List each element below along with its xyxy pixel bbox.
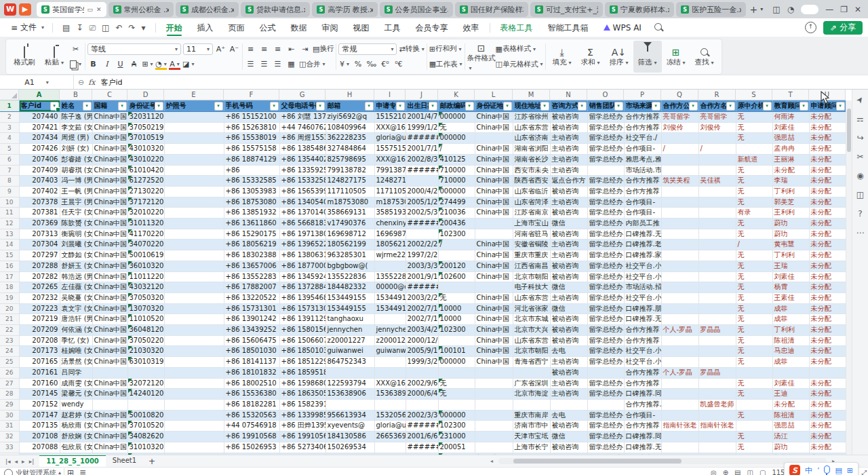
sum-button[interactable]: Σ求和▾	[576, 41, 605, 73]
cell[interactable]: 山东省东营	[513, 335, 550, 346]
paste-button[interactable]: 粘贴▾	[40, 41, 68, 73]
cell[interactable]: 刘素佳	[772, 271, 809, 282]
cell[interactable]	[164, 357, 224, 368]
align-top-icon[interactable]: ≡	[245, 43, 256, 55]
file-tab[interactable]: S高学历 教授.xlsx	[312, 2, 377, 17]
cell[interactable]: 重庆市重庆	[513, 250, 550, 261]
fill-color-button[interactable]: ◔▾	[155, 58, 167, 70]
eye-protect-icon[interactable]: ◎	[711, 469, 717, 475]
cell[interactable]: 200436	[438, 218, 475, 229]
vertical-scroll-thumb[interactable]	[847, 109, 851, 152]
cell[interactable]: 留学总经办	[587, 122, 624, 133]
cell[interactable]: China中国	[475, 303, 513, 314]
sheet-tab-11_28_5_1000[interactable]: 11_28_5_1000	[39, 455, 106, 467]
cell[interactable]: China中国	[92, 250, 127, 261]
cell[interactable]: jennychen	[326, 325, 374, 336]
cell[interactable]: 未分配	[809, 197, 846, 208]
row-number[interactable]: 17	[0, 271, 19, 282]
cell[interactable]: 710000	[438, 176, 475, 187]
cell[interactable]	[374, 367, 406, 378]
row-number[interactable]: 11	[0, 208, 19, 218]
cell[interactable]: 180562199	[326, 240, 374, 250]
cell[interactable]	[475, 218, 513, 229]
cell[interactable]: 未分配	[809, 218, 846, 229]
cell[interactable]: 何依涵 (女	[60, 325, 92, 336]
cell[interactable]	[736, 367, 772, 378]
cell[interactable]: 207165	[19, 357, 60, 368]
cell[interactable]: 合作项目-	[624, 197, 661, 208]
cell[interactable]	[661, 303, 698, 314]
column-header-cell[interactable]: 原中介机构▾	[736, 100, 772, 112]
menu-tab-工具[interactable]: 工具	[377, 19, 408, 37]
cell[interactable]: 未分配	[809, 122, 846, 133]
formula-input[interactable]: 客户id	[101, 77, 123, 88]
cell[interactable]: m18753080	[326, 197, 374, 208]
copy-button[interactable]: ▾	[70, 58, 81, 70]
cell[interactable]: 371721200501264452	[127, 197, 164, 208]
cell[interactable]	[92, 399, 127, 410]
cell[interactable]: 169698712	[374, 229, 406, 240]
row-number[interactable]: 4	[0, 133, 19, 144]
cell[interactable]: 刘素佳	[772, 122, 809, 133]
cell[interactable]: China中国	[475, 346, 513, 357]
cell[interactable]: China中国	[475, 325, 513, 336]
cell[interactable]: 963285301	[326, 250, 374, 261]
column-header-E[interactable]: E	[164, 90, 224, 100]
cell[interactable]: 207088	[19, 442, 60, 453]
cell[interactable]: 207434	[19, 133, 60, 144]
cell[interactable]: 2005/9/16	[406, 346, 438, 357]
cell[interactable]: 袁文宇 (女	[60, 303, 92, 314]
cell[interactable]: +86 13459248321	[279, 271, 326, 282]
cell[interactable]: 无	[736, 357, 772, 368]
menu-tab-表格工具[interactable]: 表格工具	[493, 19, 540, 37]
cell[interactable]: 无	[736, 271, 772, 282]
cell[interactable]	[164, 133, 224, 144]
cell[interactable]: 320721200209060081	[127, 378, 164, 389]
cell[interactable]: China中国	[92, 357, 127, 368]
cell[interactable]: 未分配	[809, 165, 846, 176]
cell[interactable]	[164, 282, 224, 293]
filter-dropdown-button[interactable]: ▾	[540, 102, 549, 111]
cell[interactable]	[374, 357, 406, 368]
cell[interactable]	[698, 197, 736, 208]
cell[interactable]: 370105199411221118	[127, 133, 164, 144]
cell[interactable]: 北京市海淀	[513, 389, 550, 400]
cell[interactable]	[661, 432, 698, 442]
cell[interactable]: China中国	[475, 144, 513, 155]
cell[interactable]	[164, 421, 224, 432]
font-size-select[interactable]: 11▾	[183, 43, 213, 55]
column-header-cell[interactable]: 手机号码▾	[224, 100, 279, 112]
cell[interactable]: 1997/2/2	[406, 250, 438, 261]
cell[interactable]: 王一帆 (男	[60, 186, 92, 197]
cell[interactable]: 未分配	[809, 240, 846, 250]
cell[interactable]: +86 15152100	[224, 112, 279, 123]
cell[interactable]: 王丽淋	[772, 154, 809, 165]
cell[interactable]: 110105200207165451	[127, 314, 164, 325]
cell[interactable]: 被动咨询	[550, 122, 587, 133]
cell[interactable]: China中国	[475, 314, 513, 325]
cell[interactable]: +86 刘慧 137052	[279, 112, 326, 123]
file-menu-button[interactable]: ≡ 文件 ▾	[5, 22, 50, 33]
cell[interactable]: 799138782	[326, 165, 374, 176]
cell[interactable]: China中国	[92, 154, 127, 165]
cell[interactable]: 无	[736, 176, 772, 187]
freeze-button[interactable]: ⊞冻结▾	[662, 41, 690, 73]
cell[interactable]: China中国	[475, 112, 513, 123]
cell[interactable]: China中国	[475, 208, 513, 218]
cell[interactable]: 舒妍玉 (女	[60, 261, 92, 271]
account-label[interactable]: 业财管理系统	[16, 468, 56, 475]
horizontal-scroll-thumb[interactable]	[513, 459, 682, 463]
column-header-cell[interactable]: 邮箱▾	[326, 100, 374, 112]
cell[interactable]: 包欣辰 (女	[60, 442, 92, 453]
cell[interactable]	[661, 389, 698, 400]
cell[interactable]: 陈子逸 (男	[60, 112, 92, 123]
cell[interactable]: ########	[406, 442, 438, 453]
cell[interactable]: 社交平台.小	[624, 357, 661, 368]
cell[interactable]: 500106199702210321	[127, 250, 164, 261]
row-number[interactable]: 27	[0, 378, 19, 389]
cell[interactable]: China中国	[475, 357, 513, 368]
cell[interactable]: 151521001	[374, 112, 406, 123]
cell[interactable]: 150269534	[326, 442, 374, 453]
cell[interactable]	[475, 378, 513, 389]
cell[interactable]: 主动咨询	[550, 165, 587, 176]
